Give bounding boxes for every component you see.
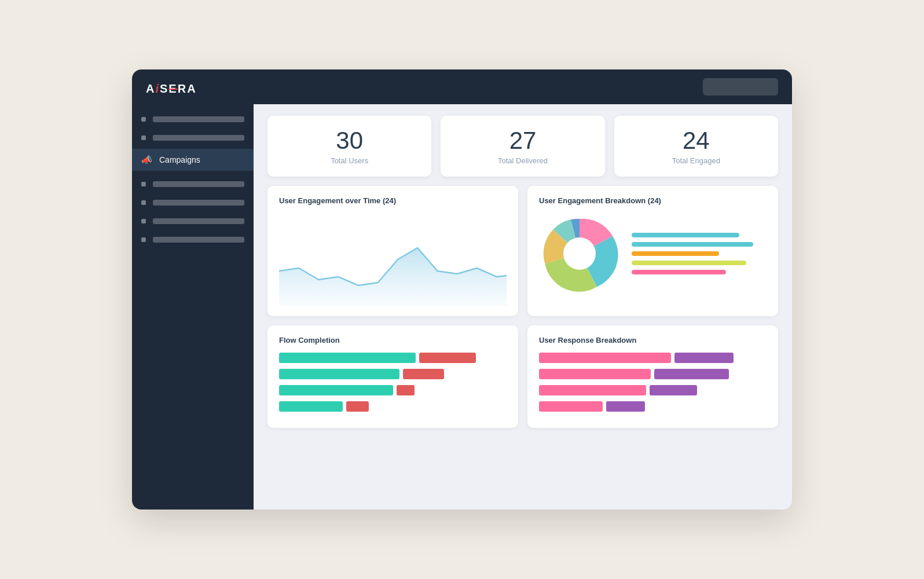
sidebar-item-5[interactable] bbox=[132, 212, 254, 230]
topbar bbox=[254, 69, 792, 104]
bar-row-2 bbox=[279, 369, 507, 379]
content-area: 30 Total Users 27 Total Delivered 24 Tot… bbox=[254, 104, 792, 510]
legend-bar-5 bbox=[632, 270, 726, 274]
pie-legend bbox=[632, 233, 767, 274]
stat-label-users: Total Users bbox=[331, 156, 368, 165]
resp-bar-pink-1 bbox=[539, 353, 671, 363]
search-bar[interactable] bbox=[703, 78, 778, 96]
svg-point-0 bbox=[563, 237, 596, 270]
nav-bar-2 bbox=[153, 135, 244, 141]
nav-dot-1 bbox=[141, 117, 146, 122]
bar-row-3 bbox=[279, 385, 507, 395]
flow-completion-card: Flow Completion bbox=[267, 325, 518, 428]
sidebar-item-3[interactable] bbox=[132, 175, 254, 193]
resp-bar-pink-3 bbox=[539, 385, 646, 395]
resp-bar-pink-2 bbox=[539, 369, 651, 379]
bar-green-2 bbox=[279, 369, 399, 379]
sidebar-item-campaigns[interactable]: 📣 Campaigns bbox=[132, 149, 254, 171]
bar-green-3 bbox=[279, 385, 393, 395]
bar-red-3 bbox=[397, 385, 415, 395]
flow-completion-title: Flow Completion bbox=[279, 336, 507, 345]
resp-bar-row-4 bbox=[539, 401, 767, 412]
engagement-chart-card: User Engagement over Time (24) bbox=[267, 186, 518, 316]
legend-bar-1 bbox=[632, 233, 739, 237]
nav-dot-3 bbox=[141, 182, 146, 186]
legend-item-2 bbox=[632, 242, 767, 247]
resp-bar-purple-1 bbox=[674, 353, 734, 363]
response-breakdown-card: User Response Breakdown bbox=[527, 325, 778, 428]
bar-green-1 bbox=[279, 353, 416, 363]
stat-number-users: 30 bbox=[336, 127, 363, 154]
nav-dot-2 bbox=[141, 135, 146, 140]
resp-bar-pink-4 bbox=[539, 401, 603, 412]
stat-label-delivered: Total Delivered bbox=[498, 156, 548, 165]
main-content: 30 Total Users 27 Total Delivered 24 Tot… bbox=[254, 69, 792, 510]
legend-item-4 bbox=[632, 261, 767, 265]
flow-completion-bars bbox=[279, 353, 507, 412]
app-window: AiSERA 📣 Campaigns bbox=[132, 69, 792, 510]
bar-red-4 bbox=[346, 401, 369, 412]
resp-bar-purple-2 bbox=[654, 369, 729, 379]
sidebar-item-campaigns-label: Campaigns bbox=[159, 155, 200, 164]
legend-item-3 bbox=[632, 251, 767, 256]
bar-green-4 bbox=[279, 401, 343, 412]
stat-card-total-engaged: 24 Total Engaged bbox=[614, 116, 778, 177]
breakdown-chart-card: User Engagement Breakdown (24) bbox=[527, 186, 778, 316]
engagement-chart-title: User Engagement over Time (24) bbox=[279, 196, 507, 205]
logo-text: AiSERA bbox=[146, 82, 197, 96]
nav-bar-4 bbox=[153, 200, 244, 206]
sidebar-item-6[interactable] bbox=[132, 231, 254, 248]
stat-label-engaged: Total Engaged bbox=[672, 156, 720, 165]
resp-bar-purple-3 bbox=[650, 385, 698, 395]
legend-bar-4 bbox=[632, 261, 746, 265]
campaigns-icon: 📣 bbox=[141, 155, 152, 165]
breakdown-chart-title: User Engagement Breakdown (24) bbox=[539, 196, 767, 205]
bar-red-1 bbox=[419, 353, 476, 363]
stat-number-delivered: 27 bbox=[509, 127, 537, 154]
sidebar-item-4[interactable] bbox=[132, 194, 254, 211]
resp-bar-row-1 bbox=[539, 353, 767, 363]
sidebar-nav: 📣 Campaigns bbox=[132, 106, 254, 253]
sidebar-item-1[interactable] bbox=[132, 111, 254, 128]
nav-dot-6 bbox=[141, 237, 146, 242]
stat-card-total-users: 30 Total Users bbox=[267, 116, 431, 177]
resp-bar-row-2 bbox=[539, 369, 767, 379]
stats-row: 30 Total Users 27 Total Delivered 24 Tot… bbox=[267, 116, 778, 177]
area-chart bbox=[279, 213, 507, 306]
pie-chart bbox=[539, 213, 620, 294]
nav-dot-4 bbox=[141, 200, 146, 205]
legend-item-5 bbox=[632, 270, 767, 274]
bar-row-4 bbox=[279, 401, 507, 412]
nav-bar-5 bbox=[153, 218, 244, 224]
bar-red-2 bbox=[403, 369, 444, 379]
nav-dot-5 bbox=[141, 219, 146, 223]
resp-bar-row-3 bbox=[539, 385, 767, 395]
legend-bar-2 bbox=[632, 242, 753, 247]
response-breakdown-bars bbox=[539, 353, 767, 412]
legend-item-1 bbox=[632, 233, 767, 237]
resp-bar-purple-4 bbox=[606, 401, 645, 412]
pie-chart-section bbox=[539, 213, 767, 294]
bottom-row: Flow Completion bbox=[267, 325, 778, 428]
bar-row-1 bbox=[279, 353, 507, 363]
nav-bar-3 bbox=[153, 181, 244, 187]
legend-bar-3 bbox=[632, 251, 719, 256]
nav-bar-1 bbox=[153, 116, 244, 122]
stat-number-engaged: 24 bbox=[683, 127, 710, 154]
nav-bar-6 bbox=[153, 237, 244, 243]
sidebar-item-2[interactable] bbox=[132, 129, 254, 146]
logo: AiSERA bbox=[132, 69, 254, 106]
sidebar: AiSERA 📣 Campaigns bbox=[132, 69, 254, 510]
charts-row: User Engagement over Time (24) bbox=[267, 186, 778, 316]
stat-card-total-delivered: 27 Total Delivered bbox=[441, 116, 604, 177]
response-breakdown-title: User Response Breakdown bbox=[539, 336, 767, 345]
